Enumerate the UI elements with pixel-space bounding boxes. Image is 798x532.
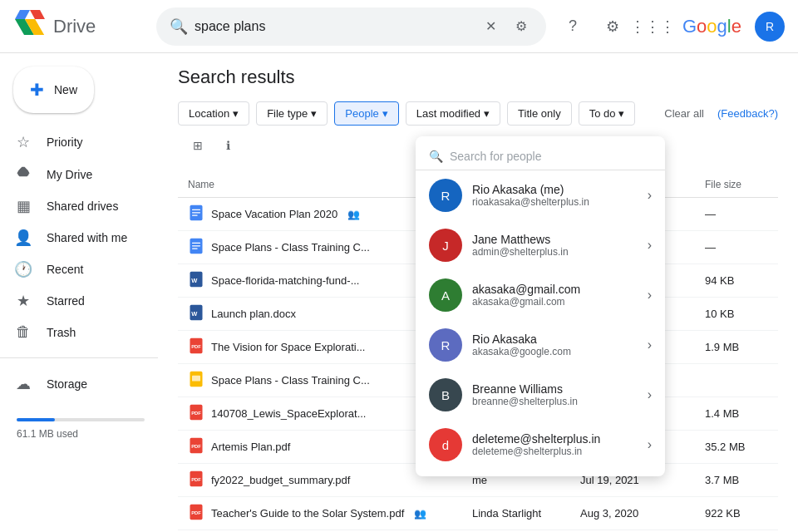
col-file-size: File size bbox=[695, 172, 778, 198]
file-type-icon: W bbox=[188, 271, 204, 290]
people-search-icon: 🔍 bbox=[429, 150, 443, 163]
svg-text:PDF: PDF bbox=[191, 411, 201, 416]
search-filters-button[interactable]: ⚙ bbox=[510, 15, 533, 38]
drive-logo-icon bbox=[13, 10, 47, 43]
storage-bar bbox=[17, 418, 145, 421]
shared-icon: 👥 bbox=[414, 508, 426, 520]
person-avatar: A bbox=[429, 278, 462, 312]
sidebar-item-label: Shared drives bbox=[47, 200, 118, 213]
apps-grid-icon: ⋮⋮⋮ bbox=[630, 17, 675, 36]
plus-icon: ✚ bbox=[30, 80, 44, 100]
file-name: Teacher's Guide to the Solar System.pdf bbox=[211, 507, 404, 520]
person-item-rio-akasaka[interactable]: R Rio Akasaka akasaka@google.com › bbox=[416, 320, 665, 370]
person-email: akasaka@google.com bbox=[472, 346, 638, 357]
main-layout: ✚ New ☆ Priority My Drive ▦ Shared drive… bbox=[0, 53, 798, 532]
file-size bbox=[695, 364, 778, 397]
my-drive-icon bbox=[13, 165, 33, 184]
shared-with-me-icon: 👤 bbox=[13, 229, 33, 247]
person-name: Breanne Williams bbox=[472, 382, 638, 396]
file-name: Launch plan.docx bbox=[211, 308, 296, 320]
person-info: Jane Matthews admin@shelterplus.in bbox=[472, 233, 638, 258]
people-dropdown: 🔍 R Rio Akasaka (me) rioakasaka@shelterp… bbox=[416, 136, 665, 476]
person-email: breanne@shelterplus.in bbox=[472, 396, 638, 407]
person-item-jane-matthews[interactable]: J Jane Matthews admin@shelterplus.in › bbox=[416, 220, 665, 270]
help-button[interactable]: ? bbox=[556, 10, 589, 43]
chevron-right-icon: › bbox=[648, 188, 652, 203]
google-logo: Google bbox=[682, 16, 741, 37]
person-item-breanne-williams[interactable]: B Breanne Williams breanne@shelterplus.i… bbox=[416, 370, 665, 420]
storage-label: Storage bbox=[47, 377, 87, 391]
people-list: R Rio Akasaka (me) rioakasaka@shelterplu… bbox=[416, 170, 665, 470]
user-avatar[interactable]: R bbox=[755, 12, 785, 42]
apps-button[interactable]: ⋮⋮⋮ bbox=[636, 10, 669, 43]
sidebar-item-label: My Drive bbox=[47, 168, 92, 181]
settings-button[interactable]: ⚙ bbox=[596, 10, 629, 43]
filter-people[interactable]: People ▾ bbox=[334, 101, 398, 126]
person-name: Jane Matthews bbox=[472, 233, 638, 246]
sidebar-item-shared-with-me[interactable]: 👤 Shared with me bbox=[0, 222, 145, 254]
new-button[interactable]: ✚ New bbox=[13, 66, 94, 113]
person-info: Breanne Williams breanne@shelterplus.in bbox=[472, 382, 638, 407]
filter-to-do[interactable]: To do ▾ bbox=[579, 101, 636, 126]
chevron-down-icon: ▾ bbox=[484, 107, 490, 120]
filter-file-type[interactable]: File type ▾ bbox=[256, 101, 328, 126]
sidebar-item-label: Shared with me bbox=[47, 231, 127, 244]
clear-search-button[interactable]: ✕ bbox=[480, 15, 503, 38]
svg-rect-3 bbox=[192, 215, 198, 216]
shared-icon: 👥 bbox=[347, 209, 360, 220]
svg-rect-15 bbox=[192, 376, 200, 382]
info-button[interactable]: ℹ bbox=[214, 132, 241, 159]
file-name: Space Plans - Class Training C... bbox=[211, 241, 370, 254]
file-name: fy2022_budget_summary.pdf bbox=[211, 474, 350, 486]
help-icon: ? bbox=[569, 17, 577, 35]
person-avatar: B bbox=[429, 378, 462, 411]
file-type-icon: PDF bbox=[188, 337, 204, 357]
filter-location[interactable]: Location ▾ bbox=[178, 101, 249, 126]
table-row[interactable]: PDF Teacher's Guide to the Solar System.… bbox=[178, 497, 778, 530]
sidebar-item-label: Priority bbox=[47, 135, 83, 149]
chevron-right-icon: › bbox=[648, 437, 652, 452]
file-size: — bbox=[695, 198, 778, 231]
file-name: Space Vacation Plan 2020 bbox=[211, 208, 337, 220]
person-email: rioakasaka@shelterplus.in bbox=[472, 196, 638, 208]
priority-icon: ☆ bbox=[13, 133, 33, 151]
person-item-rio-akasaka-me[interactable]: R Rio Akasaka (me) rioakasaka@shelterplu… bbox=[416, 170, 665, 220]
sidebar-item-storage[interactable]: ☁ Storage bbox=[0, 368, 145, 400]
chevron-down-icon: ▾ bbox=[311, 107, 317, 120]
sidebar-item-starred[interactable]: ★ Starred bbox=[0, 285, 145, 317]
content-area: Search results Location ▾ File type ▾ Pe… bbox=[158, 53, 798, 532]
logo: Drive bbox=[13, 10, 146, 43]
grid-view-button[interactable]: ⊞ bbox=[185, 132, 211, 159]
svg-text:W: W bbox=[191, 277, 198, 284]
search-input[interactable] bbox=[195, 19, 473, 34]
filter-title-only[interactable]: Title only bbox=[507, 101, 572, 126]
clear-all-button[interactable]: Clear all bbox=[658, 104, 711, 123]
person-item-akasaka-gmail[interactable]: A akasaka@gmail.com akasaka@gmail.com › bbox=[416, 270, 665, 320]
file-type-icon: PDF bbox=[188, 470, 204, 490]
person-avatar: R bbox=[429, 328, 462, 362]
chevron-down-icon: ▾ bbox=[618, 107, 624, 120]
file-type-icon: PDF bbox=[188, 437, 204, 456]
person-item-deleteme[interactable]: d deleteme@shelterplus.in deleteme@shelt… bbox=[416, 420, 665, 470]
person-info: Rio Akasaka akasaka@google.com bbox=[472, 332, 638, 357]
filter-last-modified[interactable]: Last modified ▾ bbox=[406, 101, 500, 126]
people-search: 🔍 bbox=[416, 143, 665, 170]
app-container: Drive 🔍 ✕ ⚙ ? ⚙ ⋮⋮⋮ Google R bbox=[0, 0, 798, 532]
sidebar-item-shared-drives[interactable]: ▦ Shared drives bbox=[0, 190, 145, 222]
file-size: 3.7 MB bbox=[695, 464, 778, 497]
svg-text:PDF: PDF bbox=[191, 510, 201, 515]
file-size: — bbox=[695, 231, 778, 264]
storage-used-label: 61.1 MB used bbox=[13, 428, 145, 440]
person-name: Rio Akasaka (me) bbox=[472, 183, 638, 196]
page-title: Search results bbox=[178, 66, 778, 88]
feedback-button[interactable]: (Feedback?) bbox=[717, 107, 778, 120]
sidebar-item-my-drive[interactable]: My Drive bbox=[0, 158, 145, 190]
sidebar-item-recent[interactable]: 🕐 Recent bbox=[0, 254, 145, 285]
sidebar-item-priority[interactable]: ☆ Priority bbox=[0, 126, 145, 158]
people-search-input[interactable] bbox=[450, 150, 652, 163]
trash-icon: 🗑 bbox=[13, 323, 33, 341]
search-icon: 🔍 bbox=[170, 17, 188, 36]
file-modified: Aug 3, 2020 bbox=[570, 497, 695, 530]
svg-text:PDF: PDF bbox=[191, 477, 201, 482]
sidebar-item-trash[interactable]: 🗑 Trash bbox=[0, 317, 145, 347]
